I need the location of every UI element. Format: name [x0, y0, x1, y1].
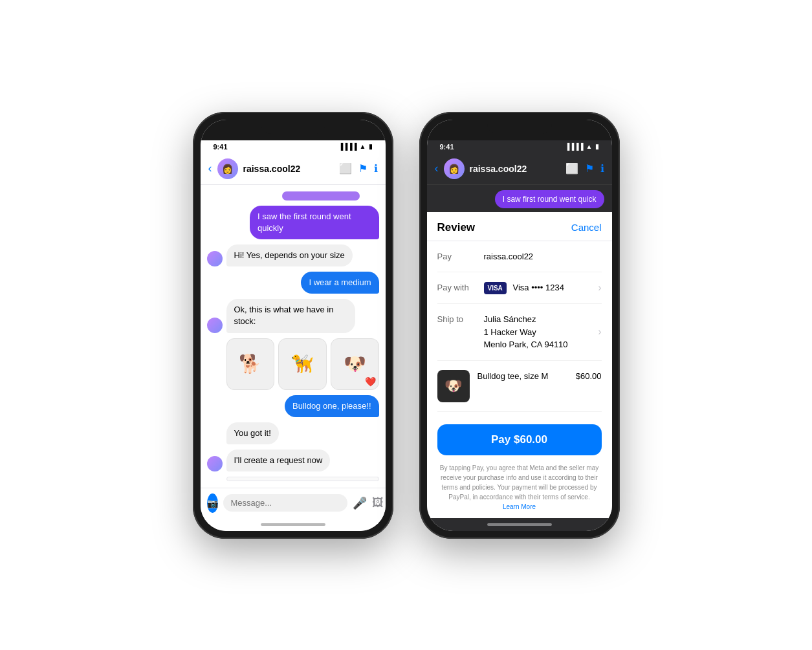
bubble-4: Ok, this is what we have in stock:	[226, 299, 356, 332]
input-bar-left: 📷 🎤 🖼 ☺	[201, 488, 386, 518]
ship-to-value: Julia Sánchez 1 Hacker Way Menlo Park, C…	[484, 313, 591, 351]
payment-card-content: $ Payment requested Total: $60 Bulldog t…	[227, 477, 379, 481]
home-bar-left	[261, 523, 325, 526]
ship-to-label: Ship to	[437, 313, 476, 324]
payment-card: $ Payment requested Total: $60 Bulldog t…	[226, 477, 379, 481]
time-right: 9:41	[440, 143, 454, 151]
username-left: raissa.cool22	[243, 164, 334, 174]
product-row: 🐕 🦮 🐶 ❤️	[226, 338, 379, 390]
item-name: Bulldog tee, size M	[477, 370, 568, 383]
battery-icon: ▮	[369, 143, 373, 150]
left-phone: 9:41 ▐▐▐▐ ▲ ▮ ‹ 👩 raissa.cool22 ⬜ ⚑ ℹ	[193, 112, 393, 539]
msg-row-3: I wear a medium	[207, 272, 379, 294]
review-body: Pay raissa.cool22 Pay with VISA Visa •••…	[427, 241, 612, 417]
bulldog-icon-review: 🐶	[444, 378, 462, 395]
visa-badge: VISA	[484, 282, 507, 294]
image-icon[interactable]: 🖼	[372, 496, 384, 510]
product-img-review: 🐶	[437, 370, 470, 402]
video-icon[interactable]: ⬜	[339, 162, 352, 175]
msg-row-4: Ok, this is what we have in stock:	[207, 299, 379, 332]
chat-header-right: ‹ 👩 raissa.cool22 ⬜ ⚑ ℹ	[427, 153, 612, 185]
dark-chat-preview: I saw first round went quick	[427, 185, 612, 212]
flag-icon-r[interactable]: ⚑	[585, 162, 594, 175]
item-row: 🐶 Bulldog tee, size M $60.00	[437, 361, 602, 412]
header-icons-right: ⬜ ⚑ ℹ	[565, 162, 604, 175]
notch-left	[261, 120, 325, 134]
msg-row-5: Bulldog one, please!!	[207, 395, 379, 417]
info-icon[interactable]: ℹ	[374, 162, 378, 175]
camera-button[interactable]: 📷	[207, 493, 218, 513]
msg-row-6b: I'll create a request now	[207, 450, 379, 471]
status-bar-left: 9:41 ▐▐▐▐ ▲ ▮	[201, 140, 386, 153]
message-input[interactable]	[223, 494, 347, 512]
username-right: raissa.cool22	[470, 164, 560, 174]
preview-bubble: I saw first round went quick	[495, 190, 604, 208]
notch-bar-left	[201, 120, 386, 140]
bulldog-tshirt-icon: 🐶	[344, 353, 366, 374]
info-icon-r[interactable]: ℹ	[600, 162, 604, 175]
header-icons-left: ⬜ ⚑ ℹ	[339, 162, 378, 175]
input-icons: 🎤 🖼 ☺	[353, 496, 386, 510]
disclaimer: By tapping Pay, you agree that Meta and …	[427, 463, 612, 518]
pay-value: raissa.cool22	[484, 250, 602, 263]
time-left: 9:41	[214, 143, 228, 151]
status-icons-right: ▐▐▐▐ ▲ ▮	[565, 143, 598, 150]
right-phone: 9:41 ▐▐▐▐ ▲ ▮ ‹ 👩 raissa.cool22 ⬜ ⚑ ℹ I …	[419, 112, 620, 539]
product-card-3[interactable]: 🐶 ❤️	[331, 338, 379, 390]
heart-badge: ❤️	[365, 376, 376, 387]
pay-button[interactable]: Pay $60.00	[437, 424, 602, 455]
ship-to-row[interactable]: Ship to Julia Sánchez 1 Hacker Way Menlo…	[437, 304, 602, 361]
chat-header-left: ‹ 👩 raissa.cool22 ⬜ ⚑ ℹ	[201, 153, 386, 185]
bubble-2: Hi! Yes, depends on your size	[226, 244, 353, 266]
pay-label: Pay	[437, 250, 476, 261]
bubble-6a: You got it!	[226, 422, 279, 444]
msg-row-6a: You got it!	[207, 422, 379, 444]
product-card-2[interactable]: 🦮	[278, 338, 327, 390]
msg-row-2: Hi! Yes, depends on your size	[207, 244, 379, 266]
item-price: $60.00	[576, 370, 602, 383]
status-icons-left: ▐▐▐▐ ▲ ▮	[338, 143, 372, 150]
bubble-1: I saw the first round went quickly	[250, 206, 379, 239]
golden-tshirt-icon: 🦮	[291, 353, 314, 374]
flag-icon[interactable]: ⚑	[358, 162, 368, 175]
review-panel: Review Cancel Pay raissa.cool22 Pay with…	[427, 212, 612, 518]
bubble-6b: I'll create a request now	[226, 450, 331, 471]
pay-row: Pay raissa.cool22	[437, 241, 602, 273]
avatar-left: 👩	[217, 158, 238, 179]
pay-with-value: VISA Visa •••• 1234	[484, 281, 591, 294]
cancel-button[interactable]: Cancel	[571, 222, 602, 233]
purple-blob	[282, 191, 360, 200]
learn-more-link[interactable]: Learn More	[503, 503, 536, 510]
bubble-3: I wear a medium	[301, 272, 379, 294]
home-indicator-left	[201, 518, 386, 531]
status-bar-right: 9:41 ▐▐▐▐ ▲ ▮	[427, 140, 612, 153]
pay-with-row[interactable]: Pay with VISA Visa •••• 1234 ›	[437, 272, 602, 304]
dog-tshirt-icon: 🐕	[239, 353, 261, 374]
battery-icon-r: ▮	[595, 143, 599, 150]
notch-right	[487, 120, 552, 134]
pay-with-label: Pay with	[437, 281, 476, 292]
mini-avatar-6	[207, 456, 223, 471]
wifi-icon: ▲	[360, 143, 366, 150]
pay-with-chevron: ›	[598, 282, 601, 294]
bubble-5: Bulldog one, please!!	[285, 395, 379, 417]
mic-icon[interactable]: 🎤	[353, 496, 367, 510]
avatar-right: 👩	[444, 158, 465, 179]
mini-avatar-2	[207, 251, 223, 266]
notch-bar-right	[427, 120, 612, 140]
signal-icon: ▐▐▐▐	[338, 143, 357, 150]
ship-to-chevron: ›	[598, 326, 601, 338]
msg-row-1: I saw the first round went quickly	[207, 206, 379, 239]
purple-blob-row	[207, 191, 379, 200]
back-button-right[interactable]: ‹	[435, 162, 439, 175]
back-button-left[interactable]: ‹	[208, 162, 212, 175]
chat-area-left: I saw the first round went quickly Hi! Y…	[201, 185, 386, 488]
wifi-icon-r: ▲	[586, 143, 593, 150]
video-icon-r[interactable]: ⬜	[565, 162, 578, 175]
home-indicator-right	[427, 518, 612, 531]
review-header: Review Cancel	[427, 212, 612, 241]
signal-icon-r: ▐▐▐▐	[565, 143, 583, 150]
review-title: Review	[437, 221, 476, 234]
mini-avatar-4	[207, 318, 223, 333]
product-card-1[interactable]: 🐕	[226, 338, 275, 390]
